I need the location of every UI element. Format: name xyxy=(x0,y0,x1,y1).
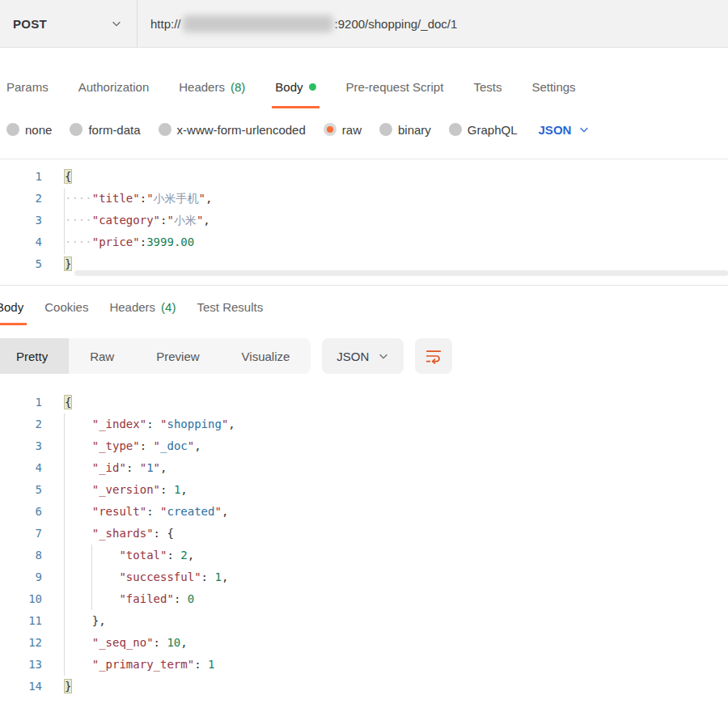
code-token: , xyxy=(180,636,187,649)
body-mode-binary[interactable]: binary xyxy=(379,123,431,137)
request-tab-settings[interactable]: Settings xyxy=(531,65,575,108)
code-line: 4····"price":3999.00 xyxy=(0,231,728,253)
line-number: 4 xyxy=(0,457,42,479)
request-tab-params[interactable]: Params xyxy=(6,65,49,108)
line-number: 6 xyxy=(0,501,42,523)
body-mode-label: binary xyxy=(398,123,431,137)
body-mode-row: noneform-datax-www-form-urlencodedrawbin… xyxy=(0,115,728,144)
code-token: "_id" xyxy=(92,461,126,474)
body-mode-x-www-form-urlencoded[interactable]: x-www-form-urlencoded xyxy=(159,123,306,137)
body-mode-none[interactable]: none xyxy=(6,123,52,137)
request-url-bar: POST http:// :9200/shopping/_doc/1 xyxy=(0,0,728,48)
indent-guide xyxy=(64,413,65,676)
line-number: 11 xyxy=(0,610,42,632)
code-token: " xyxy=(146,192,153,205)
body-mode-graphql[interactable]: GraphQL xyxy=(449,123,518,137)
code-token: 小米 xyxy=(174,214,197,227)
line-content: { xyxy=(42,166,71,188)
code-token: }, xyxy=(65,614,106,627)
request-tab-tests[interactable]: Tests xyxy=(473,65,502,108)
chevron-down-icon xyxy=(378,350,389,362)
response-format-pretty[interactable]: Pretty xyxy=(0,338,69,374)
line-number: 5 xyxy=(0,253,42,275)
code-line: 13 "_primary_term": 1 xyxy=(0,654,728,676)
indent-guide xyxy=(64,189,65,254)
code-token: "failed" xyxy=(119,592,173,605)
raw-language-dropdown[interactable]: JSON xyxy=(539,123,590,137)
line-number: 3 xyxy=(0,435,42,457)
request-tab-label: Headers xyxy=(179,80,225,94)
response-format-raw[interactable]: Raw xyxy=(69,338,135,374)
radio-icon xyxy=(379,123,392,136)
code-token: 2 xyxy=(180,549,187,562)
line-number: 1 xyxy=(0,392,42,413)
code-token: "_type" xyxy=(92,439,140,452)
url-input[interactable]: http:// :9200/shopping/_doc/1 xyxy=(138,0,728,47)
request-tab-headers[interactable]: Headers(8) xyxy=(179,65,245,108)
line-number: 8 xyxy=(0,545,42,566)
editor-scrollbar[interactable] xyxy=(74,270,728,276)
code-line: 4 "_id": "1", xyxy=(0,457,728,479)
response-tab-body[interactable]: Body xyxy=(0,288,23,325)
wrap-lines-button[interactable] xyxy=(415,338,452,374)
radio-icon xyxy=(70,123,83,136)
code-token: "_version" xyxy=(92,483,160,496)
code-token: : xyxy=(146,418,160,430)
request-tab-pre-request-script[interactable]: Pre-request Script xyxy=(346,65,444,108)
response-format-visualize[interactable]: Visualize xyxy=(221,338,311,374)
request-tab-body[interactable]: Body xyxy=(275,65,315,108)
indent-guide xyxy=(91,545,92,610)
line-content: "failed": 0 xyxy=(42,588,194,610)
line-number: 7 xyxy=(0,523,42,545)
code-token xyxy=(65,439,92,452)
request-tab-authorization[interactable]: Authorization xyxy=(78,65,150,108)
code-line: 3 "_type": "_doc", xyxy=(0,435,728,457)
line-number: 9 xyxy=(0,566,42,588)
method-label: POST xyxy=(13,17,47,31)
response-format-preview[interactable]: Preview xyxy=(135,338,220,374)
line-content: "_primary_term": 1 xyxy=(42,654,214,676)
line-number: 13 xyxy=(0,654,42,676)
code-token: : xyxy=(174,592,188,605)
code-token xyxy=(65,505,92,518)
code-line: 10 "failed": 0 xyxy=(0,588,728,610)
code-token: , xyxy=(205,192,212,205)
response-tab-cookies[interactable]: Cookies xyxy=(44,288,88,325)
code-line: 12 "_seq_no": 10, xyxy=(0,632,728,654)
code-token: 1 xyxy=(208,658,214,671)
request-tab-label: Body xyxy=(275,80,303,94)
raw-language-label: JSON xyxy=(539,123,572,137)
code-token: } xyxy=(65,257,71,270)
request-body-editor[interactable]: 1{2····"title":"小米手机",3····"category":"小… xyxy=(0,159,728,279)
response-tab-test-results[interactable]: Test Results xyxy=(197,288,263,325)
request-tab-label: Tests xyxy=(473,80,502,94)
code-token: 0 xyxy=(188,592,194,605)
response-tab-headers[interactable]: Headers(4) xyxy=(109,288,176,325)
body-mode-raw[interactable]: raw xyxy=(324,123,362,137)
method-dropdown[interactable]: POST xyxy=(0,0,138,47)
code-token: "_shards" xyxy=(92,527,154,540)
code-token xyxy=(65,461,92,474)
wrap-text-icon xyxy=(425,347,442,365)
code-token: : xyxy=(140,192,146,205)
line-content: "_shards": { xyxy=(42,523,174,545)
code-token: " xyxy=(154,461,160,474)
response-body-editor[interactable]: 1{2 "_index": "shopping",3 "_type": "_do… xyxy=(0,388,728,708)
code-line: 1{ xyxy=(0,392,728,413)
code-token: "category" xyxy=(92,214,160,227)
code-token: " xyxy=(214,505,221,518)
radio-icon xyxy=(159,123,171,136)
response-language-dropdown[interactable]: JSON xyxy=(322,338,404,374)
radio-icon xyxy=(6,123,19,136)
response-tab-count: (4) xyxy=(161,300,176,314)
body-mode-label: none xyxy=(25,123,52,137)
code-line: 2····"title":"小米手机", xyxy=(0,188,728,210)
body-mode-form-data[interactable]: form-data xyxy=(70,123,140,137)
line-content: ····"category":"小米", xyxy=(42,210,210,231)
code-token: , xyxy=(188,549,194,562)
whitespace-dots: ···· xyxy=(65,192,92,205)
response-language-label: JSON xyxy=(336,350,369,363)
response-format-tabs: PrettyRawPreviewVisualize xyxy=(0,338,311,374)
request-tab-label: Pre-request Script xyxy=(346,80,444,94)
code-line: 2 "_index": "shopping", xyxy=(0,413,728,435)
